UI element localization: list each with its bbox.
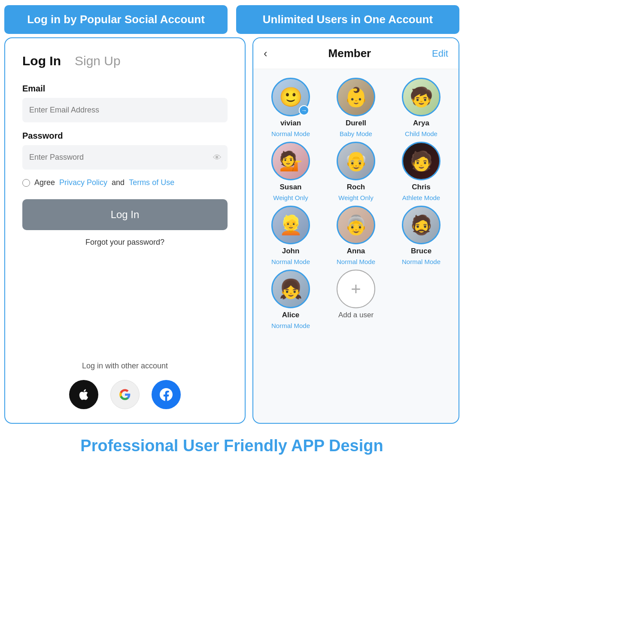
- avatar: 👶: [337, 78, 375, 116]
- avatar-wrapper: 🧒: [402, 78, 440, 116]
- member-title: Member: [328, 47, 371, 60]
- tab-signup[interactable]: Sign Up: [75, 54, 121, 68]
- member-item[interactable]: 👱JohnNormal Mode: [260, 206, 321, 265]
- tab-login[interactable]: Log In: [22, 54, 61, 68]
- add-user-button[interactable]: +: [337, 270, 375, 308]
- avatar: 👵: [337, 206, 375, 244]
- terms-of-use-link[interactable]: Terms of Use: [129, 178, 174, 187]
- add-user-item[interactable]: +Add a user: [325, 270, 386, 329]
- avatar-wrapper: 👶: [337, 78, 375, 116]
- member-mode: Weight Only: [273, 194, 308, 201]
- member-name: Arya: [413, 119, 429, 128]
- member-item[interactable]: 🙂→vivianNormal Mode: [260, 78, 321, 137]
- member-item[interactable]: 👵AnnaNormal Mode: [325, 206, 386, 265]
- member-name: Bruce: [411, 247, 431, 255]
- right-banner: Unlimited Users in One Account: [236, 5, 459, 34]
- avatar: 👱: [271, 206, 310, 244]
- facebook-icon: [160, 388, 173, 401]
- member-name: John: [282, 247, 300, 255]
- member-item[interactable]: 👶DurellBaby Mode: [325, 78, 386, 137]
- avatar-wrapper: 🧔: [402, 206, 440, 244]
- member-mode: Weight Only: [338, 194, 373, 201]
- member-item[interactable]: 🧒AryaChild Mode: [391, 78, 452, 137]
- avatar-wrapper: 🧑: [402, 142, 440, 180]
- avatar: 🧑: [402, 142, 440, 180]
- member-mode: Normal Mode: [402, 258, 440, 265]
- back-button[interactable]: ‹: [264, 47, 267, 60]
- member-name: Alice: [282, 311, 300, 319]
- avatar: 🧔: [402, 206, 440, 244]
- apple-login-button[interactable]: [69, 380, 98, 409]
- member-name: Susan: [279, 183, 301, 191]
- member-name: Chris: [412, 183, 430, 191]
- privacy-policy-link[interactable]: Privacy Policy: [59, 178, 107, 187]
- avatar-wrapper: 👴: [337, 142, 375, 180]
- agree-radio[interactable]: [22, 179, 30, 187]
- member-mode: Athlete Mode: [402, 194, 440, 201]
- email-label: Email: [22, 84, 228, 94]
- member-grid: 🙂→vivianNormal Mode👶DurellBaby Mode🧒Arya…: [253, 69, 459, 338]
- agree-row: Agree Privacy Policy and Terms of Use: [22, 178, 228, 187]
- online-badge: →: [299, 105, 309, 115]
- add-user-label: Add a user: [338, 311, 374, 319]
- apple-icon: [77, 388, 90, 401]
- email-input[interactable]: [22, 98, 228, 122]
- facebook-login-button[interactable]: [152, 380, 181, 409]
- google-login-button[interactable]: [110, 380, 140, 409]
- social-icons: [22, 380, 228, 409]
- avatar-wrapper: 👵: [337, 206, 375, 244]
- password-wrapper: 👁: [22, 145, 228, 170]
- password-label: Password: [22, 131, 228, 141]
- member-mode: Baby Mode: [340, 130, 372, 137]
- avatar: 👧: [271, 270, 310, 308]
- password-input[interactable]: [22, 145, 228, 170]
- member-panel: ‹ Member Edit 🙂→vivianNormal Mode👶Durell…: [252, 37, 459, 424]
- agree-text: Agree: [34, 178, 55, 187]
- login-button[interactable]: Log In: [22, 199, 228, 230]
- member-mode: Normal Mode: [337, 258, 375, 265]
- avatar-wrapper: 👧: [271, 270, 310, 308]
- forgot-password[interactable]: Forgot your password?: [22, 238, 228, 247]
- eye-icon[interactable]: 👁: [213, 152, 222, 162]
- other-login-label: Log in with other account: [22, 361, 228, 371]
- avatar: 👴: [337, 142, 375, 180]
- member-item[interactable]: 🧑ChrisAthlete Mode: [391, 142, 452, 201]
- top-banners: Log in by Popular Social Account Unlimit…: [0, 0, 464, 37]
- and-text: and: [112, 178, 125, 187]
- member-item[interactable]: 💁SusanWeight Only: [260, 142, 321, 201]
- member-name: vivian: [280, 119, 301, 128]
- member-item[interactable]: 🧔BruceNormal Mode: [391, 206, 452, 265]
- avatar-wrapper: 🙂→: [271, 78, 310, 116]
- left-banner: Log in by Popular Social Account: [4, 5, 228, 34]
- login-panel: Log In Sign Up Email Password 👁 Agree Pr…: [4, 37, 246, 424]
- main-row: Log In Sign Up Email Password 👁 Agree Pr…: [0, 37, 464, 424]
- member-mode: Normal Mode: [271, 258, 310, 265]
- login-tabs: Log In Sign Up: [22, 54, 228, 68]
- member-name: Anna: [347, 247, 365, 255]
- member-header: ‹ Member Edit: [253, 38, 459, 69]
- tagline: Professional User Friendly APP Design: [76, 424, 387, 464]
- google-icon: [119, 389, 131, 401]
- edit-button[interactable]: Edit: [432, 48, 448, 59]
- member-item[interactable]: 👧AliceNormal Mode: [260, 270, 321, 329]
- avatar: 🧒: [402, 78, 440, 116]
- avatar-wrapper: 💁: [271, 142, 310, 180]
- member-mode: Child Mode: [405, 130, 437, 137]
- avatar: 💁: [271, 142, 310, 180]
- member-mode: Normal Mode: [271, 130, 310, 137]
- member-name: Roch: [347, 183, 365, 191]
- member-item[interactable]: 👴RochWeight Only: [325, 142, 386, 201]
- avatar-wrapper: 👱: [271, 206, 310, 244]
- member-name: Durell: [346, 119, 366, 128]
- member-mode: Normal Mode: [271, 322, 310, 329]
